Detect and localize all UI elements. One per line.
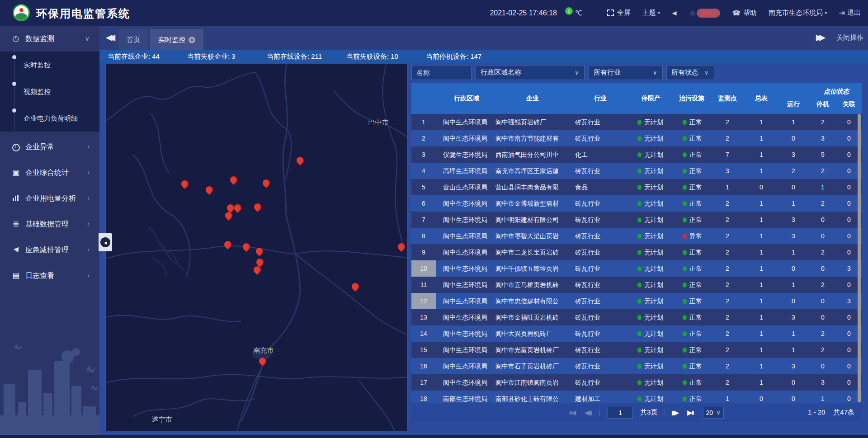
sidebar-item-emergency-reduction[interactable]: 应急减排管理 ‹ bbox=[0, 237, 99, 263]
tabs-scroll-right-icon[interactable]: ▶▶ bbox=[816, 32, 822, 42]
tab-bar: ◀◀ 首页 实时监控 ✕ ▶▶ 关闭操作 bbox=[99, 26, 868, 50]
cell-region: 营山生态环境局 bbox=[440, 179, 493, 195]
page-number-input[interactable]: 1 bbox=[608, 407, 633, 419]
table-row[interactable]: 16阆中生态环境局阆中市石子页岩机砖厂砖瓦行业无计划正常21300 bbox=[411, 358, 862, 374]
name-filter-input[interactable] bbox=[411, 65, 472, 80]
first-page-button[interactable]: ◀ bbox=[569, 409, 576, 417]
help-button[interactable]: ☎ 帮助 bbox=[732, 9, 757, 17]
sidebar-item-enterprise-statistics[interactable]: ▣ 企业综合统计 ‹ bbox=[0, 160, 99, 185]
col-running[interactable]: 运行 bbox=[778, 83, 809, 114]
cell-meter: 1 bbox=[745, 342, 778, 358]
sidebar-item-power-usage-analysis[interactable]: 企业用电量分析 ‹ bbox=[0, 185, 99, 211]
col-production[interactable]: 停限产 bbox=[628, 83, 674, 114]
map-panel[interactable]: 巴中市 南充市 遂宁市 bbox=[105, 64, 408, 431]
map-pin[interactable] bbox=[253, 202, 263, 212]
table-row[interactable]: 17阆中生态环境局阆中市江南镇阆南页岩砖瓦行业无计划正常21030 bbox=[411, 374, 862, 391]
map-pin[interactable] bbox=[223, 240, 233, 250]
sidebar-item-video-monitor[interactable]: 视频监控 bbox=[0, 78, 99, 105]
map-pin[interactable] bbox=[396, 242, 407, 252]
table-row[interactable]: 5营山生态环境局营山县润丰肉食品有限食品无计划正常10010 bbox=[411, 179, 862, 195]
col-company[interactable]: 企业 bbox=[493, 83, 572, 114]
map-pin[interactable] bbox=[350, 282, 361, 292]
notifications-button[interactable]: 2632 bbox=[690, 9, 720, 18]
col-points[interactable]: 监测点 bbox=[710, 83, 745, 114]
col-meter[interactable]: 总表 bbox=[745, 83, 778, 114]
table-row[interactable]: 3仪陇生态环境局西南油气田分公司川中化工无计划正常71350 bbox=[411, 146, 862, 163]
cell-treatment-status: 正常 bbox=[674, 179, 710, 195]
next-page-button[interactable]: ▶▶ bbox=[672, 409, 679, 417]
cell-treatment-status: 正常 bbox=[674, 212, 710, 228]
filter-row: 行政区域名称 ∨ 所有行业 ∨ 所有状态 ∨ bbox=[411, 65, 714, 80]
map-pin[interactable] bbox=[241, 242, 252, 252]
bell-icon bbox=[690, 11, 695, 15]
map-pin[interactable] bbox=[295, 155, 306, 166]
tab-realtime-monitor[interactable]: 实时监控 ✕ bbox=[150, 29, 203, 50]
status-dot bbox=[683, 234, 687, 239]
cell-industry: 砖瓦行业 bbox=[572, 325, 628, 342]
sidebar-collapse-handle[interactable]: ◂ bbox=[99, 233, 112, 251]
status-dot bbox=[637, 348, 642, 353]
last-page-button[interactable]: ▶ bbox=[687, 409, 694, 417]
cell-industry: 砖瓦行业 bbox=[572, 260, 628, 277]
table-row[interactable]: 6阆中生态环境局阆中市金博瑞新型墙材砖瓦行业无计划正常21120 bbox=[411, 195, 862, 212]
cell-treatment-status: 正常 bbox=[674, 130, 710, 146]
map-pin[interactable] bbox=[204, 185, 215, 195]
sidebar-item-basic-data-mgmt[interactable]: ≣ 基础数据管理 ‹ bbox=[0, 211, 99, 237]
logout-button[interactable]: ⇥ 退出 bbox=[839, 9, 861, 17]
table-row[interactable]: 15阆中生态环境局阆中市光富页岩机砖厂砖瓦行业无计划正常21120 bbox=[411, 342, 862, 358]
map-pin[interactable] bbox=[229, 175, 239, 185]
col-region[interactable]: 行政区域 bbox=[440, 83, 493, 114]
cell-stopped: 2 bbox=[809, 195, 836, 212]
cell-running: 3 bbox=[778, 146, 809, 163]
region-filter-select[interactable]: 行政区域名称 ∨ bbox=[476, 65, 585, 80]
prev-page-button[interactable]: ◀◀ bbox=[585, 409, 592, 417]
sidebar-item-data-monitoring[interactable]: ◷ 数据监测 ∨ bbox=[0, 26, 99, 52]
sidebar-item-log-view[interactable]: ▤ 日志查看 ‹ bbox=[0, 263, 99, 288]
cell-industry: 砖瓦行业 bbox=[572, 277, 628, 293]
table-row[interactable]: 12阆中生态环境局阆中市忠信建材有限公砖瓦行业无计划正常21003 bbox=[411, 293, 862, 309]
table-row[interactable]: 7阆中生态环境局阆中明阳建材有限公司砖瓦行业无计划正常21300 bbox=[411, 212, 862, 228]
table-row[interactable]: 1阆中生态环境局阆中强锐页岩砖厂砖瓦行业无计划正常21120 bbox=[411, 114, 862, 130]
table-row[interactable]: 9阆中生态环境局阆中市二龙长宝页岩砖砖瓦行业无计划正常21120 bbox=[411, 244, 862, 260]
organization-dropdown[interactable]: 南充市生态环境局 ▾ bbox=[769, 9, 827, 17]
theme-dropdown[interactable]: 主题 ▾ bbox=[642, 9, 660, 17]
close-operations-button[interactable]: 关闭操作 bbox=[836, 33, 863, 42]
stats-icon: ▣ bbox=[11, 160, 21, 185]
table-row[interactable]: 14阆中生态环境局阆中大兴页岩机砖厂砖瓦行业无计划正常21120 bbox=[411, 325, 862, 342]
page-size-select[interactable]: 20 ∨ bbox=[703, 407, 724, 419]
col-industry[interactable]: 行业 bbox=[572, 83, 628, 114]
chevron-left-icon: ‹ bbox=[87, 134, 90, 160]
table-row[interactable]: 13阆中生态环境局阆中市金福旺页岩机砖砖瓦行业无计划正常21300 bbox=[411, 309, 862, 325]
close-icon[interactable]: ✕ bbox=[189, 37, 195, 43]
cell-index: 4 bbox=[411, 163, 440, 179]
map-pin[interactable] bbox=[255, 246, 265, 257]
cell-treatment-status: 正常 bbox=[674, 293, 710, 309]
map-pin[interactable] bbox=[261, 178, 272, 188]
status-filter-select[interactable]: 所有状态 ∨ bbox=[666, 65, 714, 80]
tab-home[interactable]: 首页 bbox=[118, 29, 148, 50]
sidebar-item-power-load-detail[interactable]: 企业电力负荷明细 bbox=[0, 105, 99, 132]
cell-industry: 砖瓦行业 bbox=[572, 293, 628, 309]
cell-index: 14 bbox=[411, 325, 440, 342]
table-row[interactable]: 11阆中生态环境局阆中市五马桥页岩机砖砖瓦行业无计划正常21120 bbox=[411, 277, 862, 293]
cell-stopped: 0 bbox=[809, 358, 836, 374]
cell-points: 2 bbox=[710, 212, 745, 228]
cell-production-status: 无计划 bbox=[628, 130, 674, 146]
col-treatment[interactable]: 治污设施 bbox=[674, 83, 710, 114]
map-pin[interactable] bbox=[233, 203, 243, 213]
map-pin[interactable] bbox=[224, 211, 234, 221]
name-input[interactable] bbox=[416, 69, 467, 76]
mute-speaker-icon[interactable]: ◀ bbox=[672, 9, 676, 16]
sidebar-item-enterprise-abnormal[interactable]: ! 企业异常 ‹ bbox=[0, 134, 99, 160]
sidebar-item-realtime-monitor[interactable]: 实时监控 bbox=[0, 52, 99, 78]
map-pin[interactable] bbox=[258, 356, 268, 367]
table-row[interactable]: 2阆中生态环境局阆中市南方节能建材有砖瓦行业无计划正常21030 bbox=[411, 130, 862, 146]
table-row[interactable]: 4高坪生态环境局南充市高坪区王家店建砖瓦行业无计划正常31220 bbox=[411, 163, 862, 179]
industry-filter-select[interactable]: 所有行业 ∨ bbox=[589, 65, 663, 80]
table-scrollbar[interactable] bbox=[858, 114, 861, 402]
table-row[interactable]: 8阆中生态环境局阆中市枣碧大梁山页岩砖瓦行业无计划异常21300 bbox=[411, 228, 862, 244]
tabs-scroll-left-icon[interactable]: ◀◀ bbox=[106, 32, 112, 42]
table-row[interactable]: 10阆中生态环境局阆中千佛镇五郎垭页岩砖瓦行业无计划正常21003 bbox=[411, 260, 862, 277]
fullscreen-button[interactable]: 全屏 bbox=[607, 9, 631, 17]
map-pin[interactable] bbox=[180, 179, 190, 189]
